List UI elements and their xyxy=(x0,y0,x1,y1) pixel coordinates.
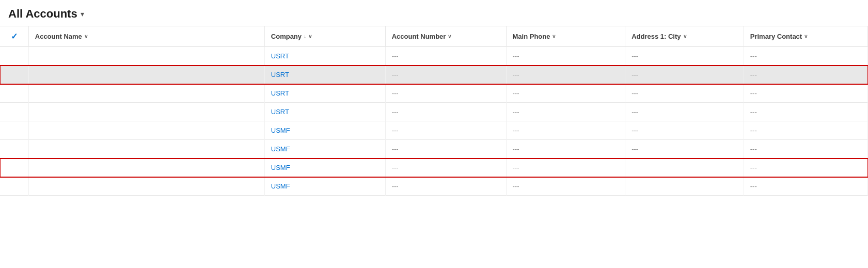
table-header: ✓ Account Name ∨ Company ↓ ∨ xyxy=(0,26,868,47)
table-body: USRT------------USRT------------USRT----… xyxy=(0,47,868,196)
col-address-city-header[interactable]: Address 1: City ∨ xyxy=(625,26,744,47)
cell-company[interactable]: USMF xyxy=(264,177,385,196)
col-company-header[interactable]: Company ↓ ∨ xyxy=(264,26,385,47)
col-main-phone-header[interactable]: Main Phone ∨ xyxy=(506,26,625,47)
cell-address-city xyxy=(625,177,744,196)
col-company-sort-icon: ∨ xyxy=(308,34,312,39)
cell-account-number: --- xyxy=(385,47,506,66)
cell-primary-contact: --- xyxy=(744,103,867,121)
table-row[interactable]: USMF------------ xyxy=(0,140,868,159)
col-address-city-sort-icon: ∨ xyxy=(683,34,687,39)
table-row[interactable]: USRT------------ xyxy=(0,47,868,66)
check-all-icon: ✓ xyxy=(11,32,18,41)
col-account-number-header[interactable]: Account Number ∨ xyxy=(385,26,506,47)
cell-primary-contact: --- xyxy=(744,140,867,159)
page-title: All Accounts xyxy=(8,7,77,21)
col-address-city-label: Address 1: City xyxy=(632,33,681,40)
cell-check[interactable] xyxy=(0,84,28,103)
cell-company[interactable]: USRT xyxy=(264,84,385,103)
cell-main-phone: --- xyxy=(506,84,625,103)
cell-primary-contact: --- xyxy=(744,159,867,177)
cell-company[interactable]: USRT xyxy=(264,66,385,84)
page-header: All Accounts ▾ xyxy=(0,0,868,26)
col-account-number-sort-icon: ∨ xyxy=(448,34,451,39)
col-company-label: Company xyxy=(271,33,302,40)
chevron-down-icon[interactable]: ▾ xyxy=(81,10,84,18)
cell-company[interactable]: USRT xyxy=(264,47,385,66)
cell-account-number: --- xyxy=(385,66,506,84)
table-row[interactable]: USMF--------- xyxy=(0,159,868,177)
cell-main-phone: --- xyxy=(506,159,625,177)
cell-account-number: --- xyxy=(385,159,506,177)
cell-company[interactable]: USRT xyxy=(264,103,385,121)
cell-account-number: --- xyxy=(385,84,506,103)
cell-main-phone: --- xyxy=(506,140,625,159)
table-row[interactable]: USRT------------ xyxy=(0,84,868,103)
cell-account-number: --- xyxy=(385,177,506,196)
col-main-phone-label: Main Phone xyxy=(513,33,550,40)
accounts-table: ✓ Account Name ∨ Company ↓ ∨ xyxy=(0,26,868,196)
cell-check[interactable] xyxy=(0,121,28,140)
cell-account-number: --- xyxy=(385,103,506,121)
cell-account-number: --- xyxy=(385,140,506,159)
table-row[interactable]: USRT------------ xyxy=(0,103,868,121)
cell-primary-contact: --- xyxy=(744,47,867,66)
cell-address-city: --- xyxy=(625,140,744,159)
table-row[interactable]: USMF--------- xyxy=(0,177,868,196)
cell-account-name[interactable] xyxy=(28,121,264,140)
table-row[interactable]: USRT------------ xyxy=(0,66,868,84)
col-main-phone-sort-icon: ∨ xyxy=(552,34,556,39)
cell-primary-contact: --- xyxy=(744,84,867,103)
cell-check[interactable] xyxy=(0,103,28,121)
col-account-number-label: Account Number xyxy=(392,33,446,40)
cell-check[interactable] xyxy=(0,159,28,177)
col-primary-contact-sort-icon: ∨ xyxy=(804,34,808,39)
cell-account-name[interactable] xyxy=(28,159,264,177)
accounts-table-wrapper: ✓ Account Name ∨ Company ↓ ∨ xyxy=(0,26,868,196)
cell-main-phone: --- xyxy=(506,121,625,140)
cell-address-city: --- xyxy=(625,121,744,140)
col-company-sort-down-icon: ↓ xyxy=(304,34,306,39)
cell-check[interactable] xyxy=(0,47,28,66)
cell-company[interactable]: USMF xyxy=(264,159,385,177)
cell-address-city: --- xyxy=(625,84,744,103)
cell-primary-contact: --- xyxy=(744,121,867,140)
cell-address-city: --- xyxy=(625,66,744,84)
cell-main-phone: --- xyxy=(506,66,625,84)
cell-account-number: --- xyxy=(385,121,506,140)
cell-account-name[interactable] xyxy=(28,103,264,121)
table-row[interactable]: USMF------------ xyxy=(0,121,868,140)
col-account-name-label: Account Name xyxy=(35,33,82,40)
cell-primary-contact: --- xyxy=(744,66,867,84)
cell-account-name[interactable] xyxy=(28,47,264,66)
cell-main-phone: --- xyxy=(506,177,625,196)
col-primary-contact-label: Primary Contact xyxy=(750,33,802,40)
col-primary-contact-header[interactable]: Primary Contact ∨ xyxy=(744,26,867,47)
cell-main-phone: --- xyxy=(506,103,625,121)
cell-account-name[interactable] xyxy=(28,177,264,196)
col-check-header[interactable]: ✓ xyxy=(0,26,28,47)
cell-main-phone: --- xyxy=(506,47,625,66)
cell-address-city: --- xyxy=(625,47,744,66)
cell-primary-contact: --- xyxy=(744,177,867,196)
col-account-name-header[interactable]: Account Name ∨ xyxy=(28,26,264,47)
cell-check[interactable] xyxy=(0,66,28,84)
cell-check[interactable] xyxy=(0,140,28,159)
cell-company[interactable]: USMF xyxy=(264,121,385,140)
cell-account-name[interactable] xyxy=(28,140,264,159)
col-account-name-sort-icon: ∨ xyxy=(84,34,88,39)
cell-company[interactable]: USMF xyxy=(264,140,385,159)
cell-check[interactable] xyxy=(0,177,28,196)
cell-address-city: --- xyxy=(625,103,744,121)
cell-address-city xyxy=(625,159,744,177)
cell-account-name[interactable] xyxy=(28,66,264,84)
cell-account-name[interactable] xyxy=(28,84,264,103)
